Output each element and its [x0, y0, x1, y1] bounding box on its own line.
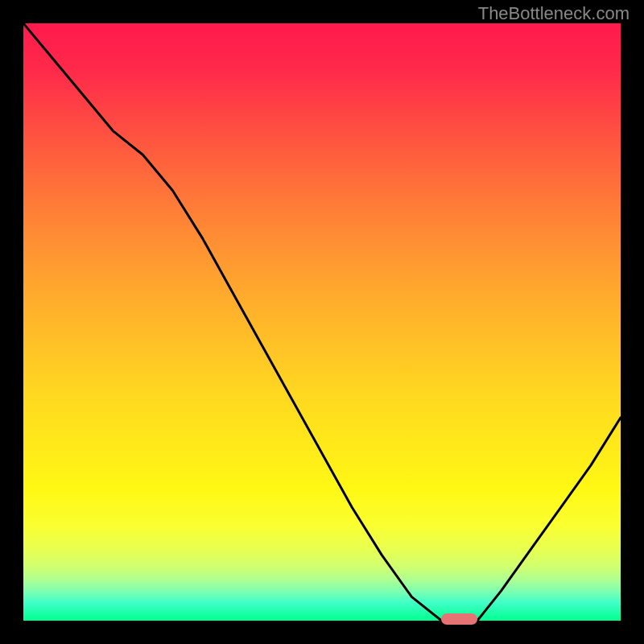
bottleneck-curve: [23, 23, 621, 621]
watermark-text: TheBottleneck.com: [478, 3, 630, 24]
optimal-range-marker: [441, 613, 477, 625]
chart-container: TheBottleneck.com: [0, 0, 644, 644]
